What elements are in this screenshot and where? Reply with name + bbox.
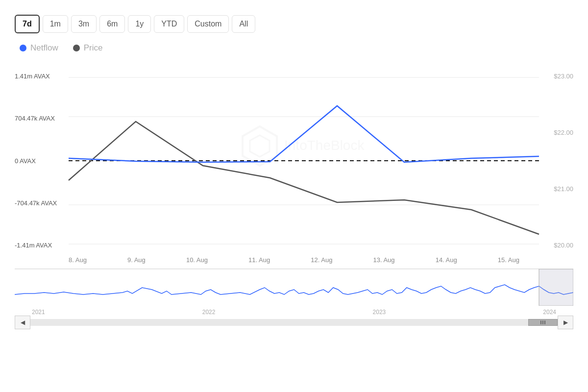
time-btn-ytd[interactable]: YTD [154, 15, 184, 33]
netflow-label: Netflow [30, 43, 58, 53]
time-btn-1m[interactable]: 1m [43, 15, 68, 33]
nav-right-arrow[interactable]: ▶ [558, 316, 573, 329]
svg-rect-10 [539, 269, 573, 306]
grip-line-2 [542, 320, 543, 324]
svg-marker-1 [250, 135, 270, 157]
time-btn-6m[interactable]: 6m [99, 15, 125, 33]
time-btn-7d[interactable]: 7d [15, 15, 40, 33]
x-label-0: 8. Aug [69, 256, 87, 264]
legend-price: Price [73, 43, 103, 53]
chart-legend: Netflow Price [20, 43, 573, 53]
mini-chart-container: 2021 2022 2023 2024 ◀ ▶ [15, 269, 573, 318]
time-btn-1y[interactable]: 1y [128, 15, 151, 33]
mini-chart[interactable] [15, 269, 573, 306]
nav-handle-grip [540, 320, 545, 324]
nav-track[interactable] [30, 319, 558, 326]
time-btn-3m[interactable]: 3m [71, 15, 97, 33]
time-btn-all[interactable]: All [232, 15, 255, 33]
year-2024: 2024 [543, 309, 556, 316]
time-btn-custom[interactable]: Custom [187, 15, 229, 33]
svg-rect-8 [15, 269, 573, 306]
year-2021: 2021 [32, 309, 45, 316]
x-label-1: 9. Aug [127, 256, 146, 264]
x-label-7: 15. Aug [498, 256, 519, 264]
time-range-bar: 7d 1m 3m 6m 1y YTD Custom All [15, 15, 573, 33]
x-label-4: 12. Aug [311, 256, 332, 264]
main-chart: IntoTheBlock [15, 68, 573, 254]
nav-handle[interactable] [528, 319, 558, 326]
x-label-5: 13. Aug [373, 256, 394, 264]
grip-line-1 [540, 320, 541, 324]
year-2022: 2022 [202, 309, 216, 316]
netflow-line [69, 106, 539, 162]
legend-netflow: Netflow [20, 43, 58, 53]
nav-left-arrow[interactable]: ◀ [15, 316, 30, 329]
nav-scrollbar[interactable]: ◀ ▶ [15, 316, 573, 329]
x-label-3: 11. Aug [248, 256, 270, 264]
grip-line-3 [544, 320, 545, 324]
price-label: Price [84, 43, 103, 53]
year-2023: 2023 [373, 309, 386, 316]
mini-year-labels: 2021 2022 2023 2024 [15, 308, 573, 316]
x-axis: 8. Aug 9. Aug 10. Aug 11. Aug 12. Aug 13… [15, 256, 573, 264]
netflow-dot [20, 45, 26, 51]
x-label-6: 14. Aug [436, 256, 457, 264]
x-label-2: 10. Aug [186, 256, 208, 264]
price-dot [73, 45, 80, 51]
